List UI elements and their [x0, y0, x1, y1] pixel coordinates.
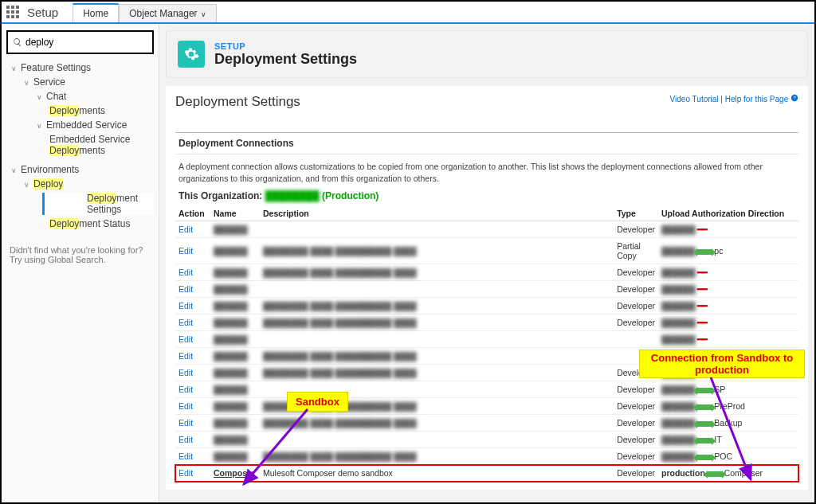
arrow-green-icon [697, 249, 712, 255]
quick-find-input[interactable] [26, 37, 147, 48]
th-desc: Description [260, 206, 614, 221]
table-row: Edit██████Developer██████ ━━ [175, 221, 798, 238]
search-input-wrapper[interactable] [6, 30, 154, 54]
edit-link[interactable]: Edit [178, 401, 193, 411]
annotation-connection: Connection from Sandbox to production [639, 350, 805, 378]
edit-link[interactable]: Edit [178, 451, 193, 461]
table-row: Edit██████████████ ████ ██████████ ████P… [175, 238, 798, 264]
annotation-sandbox: Sandbox [287, 392, 348, 412]
th-type: Type [614, 206, 658, 221]
arrow-green-icon [697, 455, 712, 460]
tree-service[interactable]: ∨Service [6, 75, 154, 89]
app-launcher-icon[interactable] [6, 6, 19, 18]
table-row-highlight: Edit Composer Mulesoft Composer demo san… [175, 465, 798, 482]
edit-link[interactable]: Edit [178, 385, 193, 394]
table-row: Edit██████████████ ████ ██████████ ████D… [175, 264, 798, 281]
edit-link[interactable]: Edit [178, 418, 193, 428]
row-desc: Mulesoft Composer demo sandbox [260, 465, 614, 482]
table-row: Edit██████Developer██████ SP [175, 381, 798, 398]
tree-embedded-service[interactable]: ∨Embedded Service [6, 118, 154, 132]
setup-title: Setup [27, 6, 58, 19]
arrow-green-icon [708, 471, 722, 477]
banner-label: SETUP [214, 41, 357, 51]
tree-deploy[interactable]: ∨Deploy [6, 177, 154, 191]
section-desc: A deployment connection allows customiza… [175, 154, 798, 189]
arrow-red-icon: ━━ [697, 334, 707, 344]
tree-deployment-status[interactable]: Deployment Status [6, 217, 154, 231]
table-row: Edit██████████████ ████ ██████████ ████D… [175, 415, 798, 432]
tab-object-manager[interactable]: Object Manager∨ [119, 4, 216, 22]
row-type: Developer [614, 465, 658, 482]
banner-title: Deployment Settings [214, 51, 357, 68]
help-link[interactable]: Help for this Page [725, 95, 789, 104]
th-upload: Upload Authorization Direction [658, 206, 798, 221]
tree-feature-settings[interactable]: ∨Feature Settings [6, 61, 154, 75]
gear-icon [178, 41, 205, 68]
tree-embedded-deployments[interactable]: Embedded Service Deployments [6, 132, 154, 158]
edit-link[interactable]: Edit [178, 318, 193, 327]
tree-chat[interactable]: ∨Chat [6, 89, 154, 104]
table-row: Edit██████████████ ████ ██████████ ████D… [175, 315, 798, 331]
th-action: Action [175, 206, 210, 221]
edit-link[interactable]: Edit [178, 351, 193, 361]
edit-link[interactable]: Edit [178, 225, 193, 234]
arrow-green-icon [697, 404, 712, 410]
th-name: Name [210, 206, 260, 221]
arrow-red-icon: ━━ [697, 284, 707, 294]
table-row: Edit██████████████ ████ ██████████ ████D… [175, 398, 798, 415]
edit-link[interactable]: Edit [178, 468, 193, 478]
edit-link[interactable]: Edit [178, 334, 193, 344]
arrow-green-icon [697, 438, 712, 443]
chevron-down-icon: ∨ [201, 10, 206, 18]
edit-link[interactable]: Edit [178, 284, 193, 294]
edit-link[interactable]: Edit [178, 246, 193, 256]
arrow-red-icon: ━━ [697, 301, 707, 311]
search-icon [13, 37, 22, 47]
edit-link[interactable]: Edit [178, 368, 193, 377]
connections-table: Action Name Description Type Upload Auth… [175, 206, 798, 482]
video-tutorial-link[interactable]: Video Tutorial [670, 95, 719, 104]
this-org: This Organization: ████████ (Production) [175, 189, 798, 206]
edit-link[interactable]: Edit [178, 435, 193, 444]
arrow-red-icon: ━━ [697, 268, 707, 277]
arrow-red-icon: ━━ [697, 318, 707, 327]
table-row: Edit██████████████ ████ ██████████ ████D… [175, 298, 798, 315]
edit-link[interactable]: Edit [178, 268, 193, 277]
tree-environments[interactable]: ∨Environments [6, 162, 154, 177]
table-row: Edit██████Developer██████ IT [175, 432, 798, 448]
table-row: Edit██████████████ ████ ██████████ ████D… [175, 448, 798, 465]
table-row: Edit████████████ ━━ [175, 331, 798, 348]
arrow-red-icon: ━━ [697, 225, 707, 234]
arrow-green-icon [697, 388, 712, 393]
section-title: Deployment Connections [175, 132, 798, 154]
edit-link[interactable]: Edit [178, 301, 193, 311]
page-banner: SETUP Deployment Settings [166, 30, 808, 78]
arrow-green-icon [697, 421, 712, 427]
tree-chat-deployments[interactable]: Deployments [6, 104, 154, 118]
table-row: Edit██████Developer██████ ━━ [175, 281, 798, 298]
sidebar-hint: Didn't find what you're looking for? Try… [6, 245, 154, 264]
tab-home[interactable]: Home [73, 3, 119, 22]
tree-deployment-settings[interactable]: Deployment Settings [42, 193, 154, 215]
row-name[interactable]: Composer [210, 465, 260, 482]
help-links: Video Tutorial | Help for this Page ? [670, 94, 798, 104]
